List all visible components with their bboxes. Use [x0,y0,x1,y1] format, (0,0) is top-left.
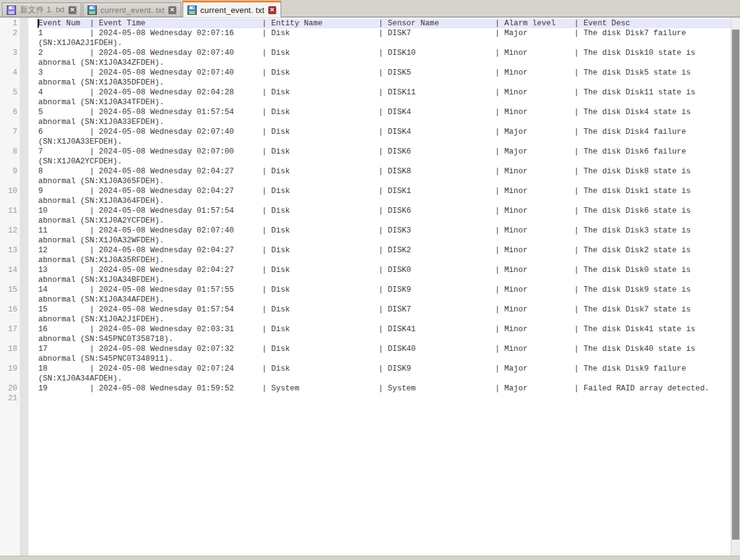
window-bottom-edge [0,556,740,560]
editor-line-12[interactable]: 1211 | 2024-05-08 Wednesday 02:07:40 | D… [0,226,731,245]
line-number: 15 [0,285,17,295]
line-number: 10 [0,186,17,196]
line-text: 13 | 2024-05-08 Wednesday 02:04:27 | Dis… [38,265,731,285]
line-number: 1 [0,19,17,28]
editor-line-1[interactable]: 1Event Num | Event Time | Entity Name | … [0,19,731,28]
line-number: 8 [0,147,17,157]
editor-line-10[interactable]: 109 | 2024-05-08 Wednesday 02:04:27 | Di… [0,186,731,206]
editor-line-11[interactable]: 1110 | 2024-05-08 Wednesday 01:57:54 | D… [0,206,731,226]
editor-line-20[interactable]: 2019 | 2024-05-08 Wednesday 01:59:52 | S… [0,384,731,393]
notepad-window: 新文件 1. txt✕current_event. txt✕current_ev… [0,0,740,560]
line-text: 2 | 2024-05-08 Wednesday 02:07:40 | Disk… [38,48,731,68]
floppy-icon [7,6,16,15]
close-icon[interactable]: ✕ [168,6,176,14]
editor-line-2[interactable]: 21 | 2024-05-08 Wednesday 02:07:16 | Dis… [0,28,731,48]
line-text: 8 | 2024-05-08 Wednesday 02:04:27 | Disk… [38,167,731,186]
line-number: 19 [0,364,17,374]
line-text [38,393,731,403]
line-text: 1 | 2024-05-08 Wednesday 02:07:16 | Disk… [38,28,731,48]
editor-line-13[interactable]: 1312 | 2024-05-08 Wednesday 02:04:27 | D… [0,245,731,265]
line-number: 2 [0,28,17,38]
tab-title: current_event. txt [101,6,165,15]
line-number: 13 [0,245,17,255]
line-text: 6 | 2024-05-08 Wednesday 02:07:40 | Disk… [38,127,731,147]
line-text: 18 | 2024-05-08 Wednesday 02:07:24 | Dis… [38,364,731,384]
editor-line-9[interactable]: 98 | 2024-05-08 Wednesday 02:04:27 | Dis… [0,167,731,186]
vertical-scrollbar[interactable] [731,18,740,556]
close-icon[interactable]: ✕ [268,6,276,14]
line-number: 5 [0,88,17,97]
line-text: 17 | 2024-05-08 Wednesday 02:07:32 | Dis… [38,344,731,364]
editor-line-8[interactable]: 87 | 2024-05-08 Wednesday 02:07:00 | Dis… [0,147,731,167]
editor-line-19[interactable]: 1918 | 2024-05-08 Wednesday 02:07:24 | D… [0,364,731,384]
tab-bar: 新文件 1. txt✕current_event. txt✕current_ev… [0,0,740,17]
line-number: 14 [0,265,17,275]
line-number: 11 [0,206,17,216]
editor-line-15[interactable]: 1514 | 2024-05-08 Wednesday 01:57:55 | D… [0,285,731,305]
editor-line-3[interactable]: 32 | 2024-05-08 Wednesday 02:07:40 | Dis… [0,48,731,68]
line-text: 4 | 2024-05-08 Wednesday 02:04:28 | Disk… [38,88,731,107]
editor-line-7[interactable]: 76 | 2024-05-08 Wednesday 02:07:40 | Dis… [0,127,731,147]
tab-3-active[interactable]: current_event. txt✕ [183,1,281,17]
tab-2[interactable]: current_event. txt✕ [83,2,181,17]
line-number: 18 [0,344,17,354]
tab-title: 新文件 1. txt [20,4,65,15]
line-number: 21 [0,393,17,403]
editor-line-18[interactable]: 1817 | 2024-05-08 Wednesday 02:07:32 | D… [0,344,731,364]
line-text: 3 | 2024-05-08 Wednesday 02:07:40 | Disk… [38,68,731,88]
editor-line-21[interactable]: 21 [0,393,731,403]
line-number: 4 [0,68,17,78]
editor-line-14[interactable]: 1413 | 2024-05-08 Wednesday 02:04:27 | D… [0,265,731,285]
line-text: 16 | 2024-05-08 Wednesday 02:03:31 | Dis… [38,324,731,344]
line-text: 9 | 2024-05-08 Wednesday 02:04:27 | Disk… [38,186,731,206]
tab-title: current_event. txt [200,6,265,15]
editor-line-4[interactable]: 43 | 2024-05-08 Wednesday 02:07:40 | Dis… [0,68,731,88]
line-text: Event Num | Event Time | Entity Name | S… [38,19,731,28]
line-number: 3 [0,48,17,58]
line-number: 12 [0,226,17,236]
line-text: 11 | 2024-05-08 Wednesday 02:07:40 | Dis… [38,226,731,245]
line-text: 19 | 2024-05-08 Wednesday 01:59:52 | Sys… [38,384,731,393]
scrollbar-thumb[interactable] [732,30,739,540]
editor-line-17[interactable]: 1716 | 2024-05-08 Wednesday 02:03:31 | D… [0,324,731,344]
tab-1[interactable]: 新文件 1. txt✕ [2,2,81,17]
line-text: 12 | 2024-05-08 Wednesday 02:04:27 | Dis… [38,245,731,265]
line-text: 15 | 2024-05-08 Wednesday 01:57:54 | Dis… [38,305,731,324]
close-icon[interactable]: ✕ [68,6,76,14]
floppy-icon [187,6,197,15]
line-number: 9 [0,167,17,176]
line-text: 10 | 2024-05-08 Wednesday 01:57:54 | Dis… [38,206,731,226]
editor-line-5[interactable]: 54 | 2024-05-08 Wednesday 02:04:28 | Dis… [0,88,731,107]
editor-line-6[interactable]: 65 | 2024-05-08 Wednesday 01:57:54 | Dis… [0,107,731,127]
line-number: 17 [0,324,17,334]
editor-area[interactable]: 1Event Num | Event Time | Entity Name | … [0,18,740,556]
line-number: 20 [0,384,17,393]
line-text: 5 | 2024-05-08 Wednesday 01:57:54 | Disk… [38,107,731,127]
line-text: 7 | 2024-05-08 Wednesday 02:07:00 | Disk… [38,147,731,167]
line-number: 7 [0,127,17,137]
line-number: 16 [0,305,17,315]
text-content: 1Event Num | Event Time | Entity Name | … [0,19,731,403]
text-caret [38,19,39,28]
line-number: 6 [0,107,17,117]
editor-line-16[interactable]: 1615 | 2024-05-08 Wednesday 01:57:54 | D… [0,305,731,324]
floppy-icon [88,6,97,15]
line-text: 14 | 2024-05-08 Wednesday 01:57:55 | Dis… [38,285,731,305]
